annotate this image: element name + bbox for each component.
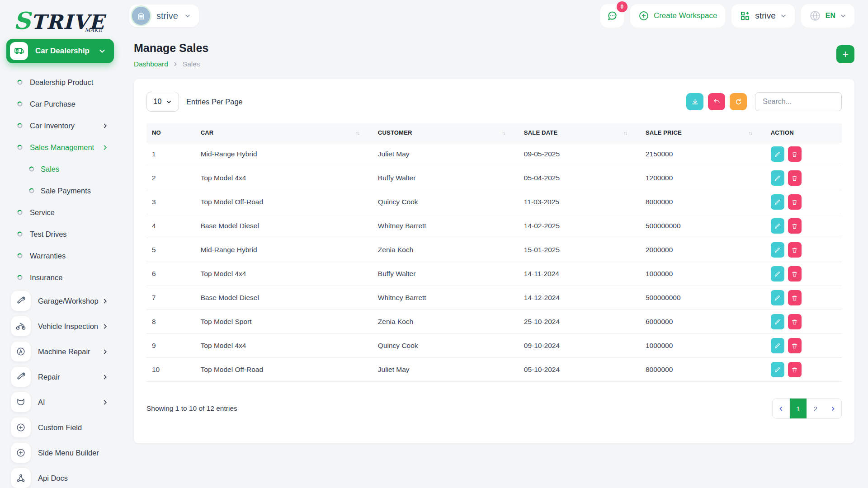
sort-icon[interactable]: ↑↓	[502, 130, 513, 136]
delete-button[interactable]	[788, 218, 802, 234]
sort-icon[interactable]: ↑↓	[623, 130, 635, 136]
sidebar-item-car-dealership[interactable]: Car Dealership	[6, 39, 114, 63]
chevron-left-icon	[778, 406, 784, 412]
search-input[interactable]	[755, 92, 842, 111]
language-selector[interactable]: EN	[801, 4, 854, 28]
export-button[interactable]	[686, 93, 703, 110]
column-label: NO	[152, 129, 161, 136]
bullet-icon	[17, 253, 23, 258]
delete-button[interactable]	[788, 362, 802, 377]
sort-icon[interactable]: ↑↓	[749, 130, 760, 136]
column-header-car[interactable]: CAR↑↓	[195, 123, 373, 142]
sales-card: 10 Entries Per Page	[134, 79, 854, 443]
sidebar-item-label: AI	[38, 398, 102, 407]
create-workspace-label: Create Workspace	[654, 11, 717, 20]
motorcycle-icon	[11, 316, 31, 336]
cell-actions	[765, 310, 842, 334]
sidebar-item-api-docs[interactable]: Api Docs	[0, 465, 120, 488]
sidebar-item-service[interactable]: Service	[0, 202, 120, 223]
chevron-down-icon	[184, 13, 191, 19]
sidebar-item-warranties[interactable]: Warranties	[0, 245, 120, 267]
sidebar-item-label: Repair	[38, 373, 102, 381]
cell-sale-date: 14-12-2024	[519, 286, 640, 310]
add-sale-button[interactable]: +	[836, 45, 854, 63]
sidebar-item-custom-field[interactable]: Custom Field	[0, 415, 120, 440]
delete-button[interactable]	[788, 314, 802, 329]
sidebar-item-machine-repair[interactable]: Machine Repair	[0, 339, 120, 364]
chat-icon	[606, 10, 618, 22]
sidebar-item-side-menu-builder[interactable]: Side Menu Builder	[0, 440, 120, 465]
undo-button[interactable]	[708, 93, 725, 110]
sort-icon[interactable]: ↑↓	[356, 130, 367, 136]
sidebar-item-sales-management[interactable]: Sales Management	[0, 136, 120, 158]
refresh-button[interactable]	[730, 93, 747, 110]
sidebar-item-sales[interactable]: Sales	[0, 158, 120, 180]
column-header-sale-date[interactable]: SALE DATE↑↓	[519, 123, 640, 142]
column-header-customer[interactable]: CUSTOMER↑↓	[373, 123, 519, 142]
cell-car: Top Model 4x4	[195, 166, 373, 190]
edit-button[interactable]	[771, 194, 784, 210]
delete-button[interactable]	[788, 170, 802, 186]
column-header-action: ACTION	[765, 123, 842, 142]
sidebar: STRIVE MAKE Car Dealership Dealership Pr…	[0, 0, 120, 488]
table-body: 1Mid-Range HybridJuliet May09-05-2025215…	[146, 142, 842, 382]
pagination-prev-button[interactable]	[773, 399, 790, 418]
edit-button[interactable]	[771, 266, 784, 282]
sidebar-item-dealership-product[interactable]: Dealership Product	[0, 71, 120, 93]
edit-button[interactable]	[771, 290, 784, 305]
sidebar-item-ai[interactable]: AI	[0, 389, 120, 415]
delete-button[interactable]	[788, 338, 802, 353]
bullet-icon	[17, 275, 23, 280]
chat-badge: 0	[617, 1, 627, 12]
delete-button[interactable]	[788, 194, 802, 210]
cell-actions	[765, 190, 842, 214]
edit-button[interactable]	[771, 242, 784, 258]
refresh-icon	[735, 98, 742, 106]
edit-button[interactable]	[771, 362, 784, 377]
language-code: EN	[826, 12, 835, 20]
chat-button[interactable]: 0	[600, 4, 624, 28]
delete-button[interactable]	[788, 146, 802, 162]
sidebar-item-vehicle-inspection[interactable]: Vehicle Inspection	[0, 314, 120, 339]
chevron-right-icon	[102, 348, 108, 355]
edit-button[interactable]	[771, 218, 784, 234]
row-no: 4	[146, 214, 195, 238]
sidebar-item-test-drives[interactable]: Test Drives	[0, 223, 120, 245]
sidebar-item-car-inventory[interactable]: Car Inventory	[0, 115, 120, 136]
sidebar-item-label: Sale Payments	[41, 187, 108, 195]
row-no: 1	[146, 142, 195, 166]
chevron-down-icon	[780, 13, 787, 19]
sidebar-menu: Dealership ProductCar PurchaseCar Invent…	[0, 70, 120, 488]
sidebar-item-repair[interactable]: Repair	[0, 364, 120, 389]
delete-button[interactable]	[788, 266, 802, 282]
cell-sale-date: 14-02-2025	[519, 214, 640, 238]
grid-plus-icon	[740, 10, 750, 21]
sidebar-item-garage-workshop[interactable]: Garage/Workshop	[0, 288, 120, 314]
bullet-icon	[17, 101, 23, 107]
sidebar-item-car-purchase[interactable]: Car Purchase	[0, 93, 120, 115]
delete-button[interactable]	[788, 290, 802, 305]
delete-button[interactable]	[788, 242, 802, 258]
cell-actions	[765, 166, 842, 190]
pagination-next-button[interactable]	[824, 399, 841, 418]
sales-table: NOCAR↑↓CUSTOMER↑↓SALE DATE↑↓SALE PRICE↑↓…	[146, 123, 842, 382]
pagination-page-1[interactable]: 1	[790, 399, 807, 418]
create-workspace-button[interactable]: Create Workspace	[630, 4, 725, 28]
pagination-page-2[interactable]: 2	[807, 399, 824, 418]
entries-per-page-select[interactable]: 10	[146, 92, 179, 112]
sidebar-item-sale-payments[interactable]: Sale Payments	[0, 180, 120, 202]
sidebar-item-insurance[interactable]: Insurance	[0, 267, 120, 288]
org-selector[interactable]: strive	[731, 4, 794, 28]
edit-button[interactable]	[771, 170, 784, 186]
brand-logo[interactable]: STRIVE MAKE	[0, 5, 120, 35]
page-header: Manage Sales Dashboard Sales +	[134, 42, 854, 68]
workspace-selector[interactable]: strive	[129, 5, 199, 27]
plus-circle-icon	[638, 10, 649, 21]
row-no: 3	[146, 190, 195, 214]
sidebar-item-label: Test Drives	[30, 230, 108, 239]
breadcrumb-dashboard-link[interactable]: Dashboard	[134, 60, 168, 68]
edit-button[interactable]	[771, 338, 784, 353]
edit-button[interactable]	[771, 314, 784, 329]
column-header-sale-price[interactable]: SALE PRICE↑↓	[640, 123, 765, 142]
edit-button[interactable]	[771, 146, 784, 162]
